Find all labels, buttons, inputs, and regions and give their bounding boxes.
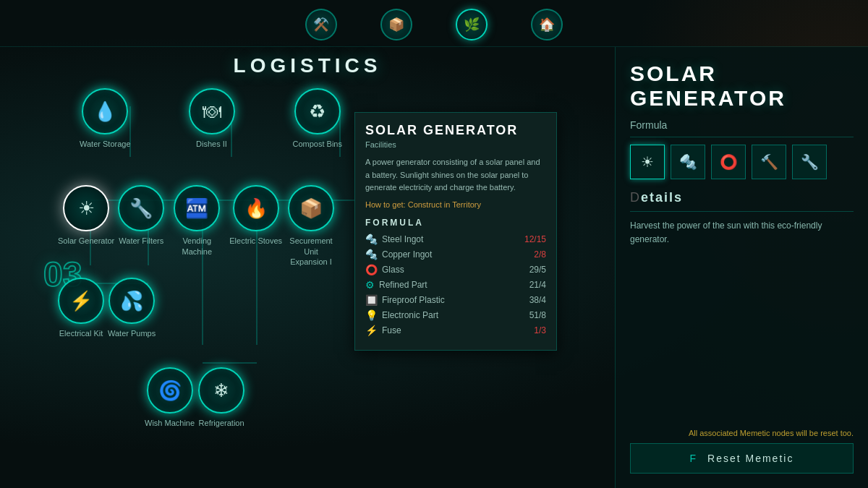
node-label-electrical-kit: Electrical Kit — [59, 328, 103, 338]
node-electrical-kit[interactable]: ⚡ Electrical Kit — [58, 278, 104, 338]
ingredient-icon-5: 💡 — [365, 309, 378, 321]
node-compost-bins[interactable]: ♻ Compost Bins — [293, 88, 342, 149]
node-label-wish-machine: Wish Machine — [145, 418, 195, 428]
node-wish-machine[interactable]: 🌀 Wish Machine — [145, 367, 195, 428]
ingredient-icon-4: 🔲 — [365, 294, 378, 306]
node-label-dishes-ii: Dishes II — [196, 139, 227, 149]
popup-formula-label: FORMULA — [365, 218, 546, 228]
popup-how-to-get: How to get: Construct in Territory — [365, 200, 546, 209]
node-label-solar-generator: Solar Generator — [58, 236, 114, 246]
ingredient-icon-3: ⚙ — [365, 279, 375, 291]
solar-generator-popup: SOLAR GENERATOR Facilities A power gener… — [354, 112, 557, 351]
top-nav-bar: ⚒️ 📦 🌿 🏠 — [0, 0, 868, 47]
reset-warning: All associated Memetic nodes will be res… — [630, 429, 854, 437]
node-icon-water-storage: 💧 — [82, 88, 128, 134]
reset-key-label: F — [690, 453, 698, 464]
node-label-compost-bins: Compost Bins — [293, 139, 342, 149]
node-water-storage[interactable]: 💧 Water Storage — [80, 88, 131, 149]
formula-icon-glass[interactable]: ⭕ — [711, 145, 746, 179]
node-securement-unit[interactable]: 📦 Securement Unit Expansion I — [286, 185, 336, 267]
node-icon-compost-bins: ♻ — [294, 88, 341, 134]
ingredient-row-3: ⚙ Refined Part 21/4 — [365, 279, 546, 291]
ingredient-name-3: Refined Part — [379, 280, 427, 290]
ingredient-icon-2: ⭕ — [365, 264, 378, 275]
node-vending-machine[interactable]: 🏧 Vending Machine — [168, 185, 226, 267]
node-solar-generator[interactable]: ☀ Solar Generator — [58, 185, 114, 267]
formula-icon-part[interactable]: 🔨 — [752, 145, 786, 179]
node-icon-water-pumps: 💦 — [109, 278, 155, 324]
ingredient-row-1: 🔩 Copper Ingot 2/8 — [365, 249, 546, 260]
ingredient-name-2: Glass — [382, 265, 404, 275]
nav-icon-circle-2: 📦 — [380, 9, 412, 40]
formula-icon-fuse[interactable]: 🔧 — [792, 145, 827, 179]
right-detail-panel: SOLAR GENERATOR Formula ☀ 🔩 ⭕ 🔨 🔧 Detail… — [615, 47, 868, 488]
details-section-label: Details — [630, 190, 854, 205]
nav-icon-circle-1: ⚒️ — [305, 9, 337, 40]
nav-icon-3[interactable]: 🌿 — [456, 9, 488, 40]
node-icon-refrigeration: ❄ — [198, 367, 244, 414]
nav-icon-2[interactable]: 📦 — [380, 9, 412, 40]
ingredient-name-1: Copper Ingot — [382, 249, 432, 260]
formula-icons-row: ☀ 🔩 ⭕ 🔨 🔧 — [630, 145, 854, 179]
node-dishes-ii[interactable]: 🍽 Dishes II — [189, 88, 235, 149]
right-panel-title: SOLAR GENERATOR — [630, 61, 854, 111]
node-label-electric-stoves: Electric Stoves — [229, 236, 282, 246]
nav-icon-circle-4: 🏠 — [531, 9, 563, 40]
row3-nodes: 🌀 Wish Machine ❄ Refrigeration — [145, 367, 608, 428]
ingredient-count-2: 29/5 — [529, 265, 546, 275]
nav-icon-1[interactable]: ⚒️ — [305, 9, 337, 40]
ingredient-icon-1: 🔩 — [365, 249, 378, 260]
reset-memetic-button[interactable]: F Reset Memetic — [630, 443, 854, 474]
ingredient-count-3: 21/4 — [529, 280, 546, 290]
node-icon-wish-machine: 🌀 — [147, 367, 193, 414]
ingredient-count-4: 38/4 — [529, 295, 546, 305]
node-icon-securement-unit: 📦 — [288, 185, 334, 231]
node-refrigeration[interactable]: ❄ Refrigeration — [198, 367, 244, 428]
nav-icon-4[interactable]: 🏠 — [531, 9, 563, 40]
node-icon-solar-generator: ☀ — [63, 185, 109, 231]
details-description: Harvest the power of the sun with this e… — [630, 219, 854, 247]
ingredient-row-2: ⭕ Glass 29/5 — [365, 264, 546, 275]
popup-description: A power generator consisting of a solar … — [365, 156, 546, 194]
node-label-refrigeration: Refrigeration — [199, 418, 244, 428]
ingredient-icon-6: ⚡ — [365, 325, 378, 336]
ingredient-name-5: Electronic Part — [382, 310, 438, 320]
ingredient-icon-0: 🔩 — [365, 234, 378, 245]
node-icon-electric-stoves: 🔥 — [233, 185, 279, 231]
reset-btn-label: Reset Memetic — [707, 453, 793, 464]
details-divider — [630, 211, 854, 212]
ingredient-count-6: 1/3 — [534, 325, 546, 335]
node-water-filters[interactable]: 🔧 Water Filters — [118, 185, 164, 267]
node-label-securement-unit: Securement Unit Expansion I — [286, 236, 336, 267]
node-water-pumps[interactable]: 💦 Water Pumps — [108, 278, 156, 338]
ingredient-row-4: 🔲 Fireproof Plastic 38/4 — [365, 294, 546, 306]
formula-icon-solar[interactable]: ☀ — [630, 145, 665, 179]
tech-tree-title: LOGISTICS — [7, 54, 608, 77]
node-electric-stoves[interactable]: 🔥 Electric Stoves — [229, 185, 282, 267]
ingredient-row-6: ⚡ Fuse 1/3 — [365, 325, 546, 336]
node-label-water-pumps: Water Pumps — [108, 328, 156, 338]
node-label-vending-machine: Vending Machine — [168, 236, 226, 257]
node-icon-water-filters: 🔧 — [118, 185, 164, 231]
node-label-water-filters: Water Filters — [119, 236, 163, 246]
ingredient-count-5: 51/8 — [529, 310, 546, 320]
ingredient-row-0: 🔩 Steel Ingot 12/15 — [365, 234, 546, 245]
node-icon-electrical-kit: ⚡ — [58, 278, 104, 324]
ingredient-name-6: Fuse — [382, 325, 401, 335]
formula-section-label: Formula — [630, 119, 854, 137]
ingredient-name-4: Fireproof Plastic — [382, 295, 445, 305]
node-label-water-storage: Water Storage — [80, 139, 131, 149]
formula-icon-steel[interactable]: 🔩 — [671, 145, 705, 179]
node-icon-dishes-ii: 🍽 — [189, 88, 235, 134]
ingredient-row-5: 💡 Electronic Part 51/8 — [365, 309, 546, 321]
node-icon-vending-machine: 🏧 — [174, 185, 220, 231]
ingredient-count-1: 2/8 — [534, 249, 546, 260]
nav-icon-circle-3: 🌿 — [456, 9, 488, 40]
popup-subtitle: Facilities — [365, 140, 546, 149]
popup-title: SOLAR GENERATOR — [365, 123, 546, 138]
ingredient-name-0: Steel Ingot — [382, 234, 423, 244]
ingredient-count-0: 12/15 — [524, 234, 546, 244]
